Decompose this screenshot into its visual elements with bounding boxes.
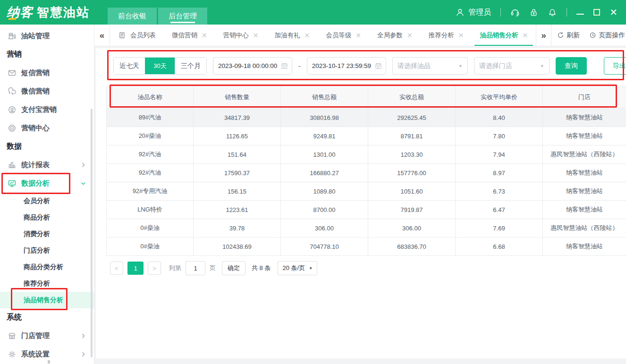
sidebar-subitem-member-analysis[interactable]: 会员分析 (0, 193, 94, 209)
header-divider (500, 8, 501, 17)
table-header-cell: 销售数量 (194, 86, 281, 108)
sidebar-hscrollbar-thumb[interactable] (48, 360, 50, 364)
store-select[interactable]: 请选择门店 ▼ (474, 57, 550, 75)
oil-product-select[interactable]: 请选择油品 ▼ (392, 57, 468, 75)
sidebar-item-sms-marketing[interactable]: 短信营销 (0, 64, 94, 82)
table-cell: 151.64 (194, 145, 281, 163)
end-date-value[interactable] (312, 62, 372, 69)
sidebar-item-label: 系统设置 (21, 350, 50, 359)
lock-icon[interactable] (529, 8, 538, 17)
end-date-input[interactable] (307, 57, 386, 75)
prev-page-button[interactable]: < (110, 262, 123, 275)
tab-label: 微信营销 (172, 31, 197, 40)
next-page-button[interactable]: > (148, 262, 161, 275)
header-divider (567, 8, 567, 17)
table-cell: 308016.98 (281, 109, 368, 127)
start-date-input[interactable] (213, 57, 292, 75)
page-operations-label: 页面操作 (599, 31, 625, 40)
sidebar-section-label: 营销 (7, 50, 22, 59)
query-button[interactable]: 查询 (556, 57, 587, 75)
export-button[interactable]: 导出 (604, 57, 626, 75)
table-cell: 92#专用汽油 (106, 182, 194, 200)
support-headset-icon[interactable] (510, 8, 520, 17)
table-cell: 7.94 (456, 145, 543, 163)
page-operations-button[interactable]: 页面操作 (589, 31, 625, 40)
sidebar-subitem-consumption-analysis[interactable]: 消费分析 (0, 226, 94, 242)
refresh-button[interactable]: 刷新 (557, 31, 580, 40)
table-cell: 1301.00 (281, 145, 368, 163)
sidebar-item-alipay-marketing[interactable]: 支付宝营销 (0, 101, 94, 119)
sidebar-item-marketing-center[interactable]: 营销中心 (0, 119, 94, 137)
tab-close-icon[interactable]: ✕ (458, 32, 464, 39)
tab-wechat-marketing[interactable]: 微信营销✕ (164, 25, 215, 46)
nav-tab-label: 前台收银 (118, 12, 146, 21)
tab-label: 全局参数 (377, 31, 403, 40)
range-3months-button[interactable]: 三个月 (175, 58, 206, 74)
sidebar-subitem-category-analysis[interactable]: 商品分类分析 (0, 259, 94, 275)
table-cell: 7.80 (456, 127, 543, 145)
sidebar-item-data-analysis[interactable]: 数据分析 (0, 174, 94, 193)
chevron-down-icon: ▼ (458, 64, 463, 68)
table-cell: 89#汽油 (106, 109, 194, 127)
window-close-button[interactable]: ✕ (609, 8, 618, 17)
tab-close-icon[interactable]: ✕ (202, 32, 207, 39)
tab-oil-sales-analysis[interactable]: 油品销售分析✕ (472, 25, 536, 46)
goto-prefix-label: 到第 (169, 264, 181, 272)
sidebar-item-statistic-reports[interactable]: 统计报表 (0, 156, 94, 174)
range-30days-button[interactable]: 30天 (145, 58, 175, 74)
goto-page-input[interactable] (186, 261, 205, 275)
sidebar-subitem-referral-analysis[interactable]: 推荐分析 (0, 275, 94, 292)
tab-close-icon[interactable]: ✕ (304, 32, 310, 39)
tab-referral-analysis[interactable]: 推荐分析✕ (421, 25, 472, 46)
table-row: 92#汽油151.641301.001203.307.94惠民智慧油站（西陵站） (106, 145, 626, 164)
sidebar-scrollbar-thumb[interactable] (91, 109, 93, 357)
table-cell: 惠民智慧油站（西陵站） (543, 145, 626, 163)
nav-tab-backend-mgmt[interactable]: 后台管理 (158, 8, 207, 25)
page-size-select[interactable]: 20 条/页 ▼ (278, 261, 317, 275)
window-maximize-button[interactable] (593, 9, 600, 16)
tab-refuel-gift[interactable]: 加油有礼✕ (266, 25, 318, 46)
nav-tab-front-cashier[interactable]: 前台收银 (108, 8, 157, 25)
tab-close-icon[interactable]: ✕ (522, 32, 528, 39)
date-range-separator: - (298, 62, 301, 70)
sidebar-subitem-oil-sales-analysis[interactable]: 油品销售分析 (0, 292, 94, 308)
user-menu[interactable]: 管理员 (456, 8, 491, 17)
tab-close-icon[interactable]: ✕ (253, 32, 259, 39)
chevron-right-icon (80, 333, 86, 339)
table-cell: 1126.65 (194, 127, 281, 145)
tab-member-list[interactable]: 会员列表 (110, 25, 164, 46)
oil-select-placeholder: 请选择油品 (398, 62, 431, 70)
table-cell: 纳客智慧油站 (543, 201, 626, 219)
goto-confirm-button[interactable]: 确定 (222, 261, 245, 275)
sidebar-subitem-product-analysis[interactable]: 商品分析 (0, 209, 94, 226)
chevron-down-icon (80, 180, 86, 186)
chevron-right-icon (80, 351, 86, 357)
tabs-expand-button[interactable]: » (536, 25, 551, 46)
tabs-collapse-button[interactable]: « (94, 25, 110, 46)
store-icon (8, 332, 16, 340)
tab-member-level[interactable]: 会员等级✕ (318, 25, 369, 46)
tab-label: 营销中心 (223, 31, 249, 40)
sidebar-item-system-settings[interactable]: 系统设置 (0, 345, 94, 364)
tab-close-icon[interactable]: ✕ (407, 32, 413, 39)
table-cell: 8791.81 (368, 127, 456, 145)
sidebar-item-wechat-marketing[interactable]: 微信营销 (0, 82, 94, 101)
sidebar-item-label: 统计报表 (21, 161, 50, 169)
table-cell: 纳客智慧油站 (543, 237, 626, 255)
chevron-down-icon: ▼ (540, 64, 544, 68)
sidebar-subitem-store-analysis[interactable]: 门店分析 (0, 242, 94, 259)
sidebar-item-station-mgmt[interactable]: 油站管理 (0, 27, 94, 45)
tab-marketing-center[interactable]: 营销中心✕ (215, 25, 267, 46)
notification-bell-icon[interactable] (548, 8, 557, 17)
range-last7days-button[interactable]: 近七天 (114, 58, 145, 74)
current-page-button[interactable]: 1 (127, 262, 144, 275)
sidebar-item-store-mgmt[interactable]: 门店管理 (0, 327, 94, 345)
window-minimize-button[interactable] (576, 10, 584, 15)
table-cell: 92#汽油 (106, 145, 194, 163)
tab-close-icon[interactable]: ✕ (355, 32, 361, 39)
start-date-value[interactable] (218, 62, 278, 69)
tab-global-params[interactable]: 全局参数✕ (369, 25, 421, 46)
pagination: < 1 > 到第 页 确定 共 8 条 20 条/页 ▼ (110, 261, 626, 275)
table-header-cell: 油品名称 (106, 86, 194, 108)
app-window: 纳客 智慧油站 前台收银 后台管理 管理员 (0, 0, 626, 364)
